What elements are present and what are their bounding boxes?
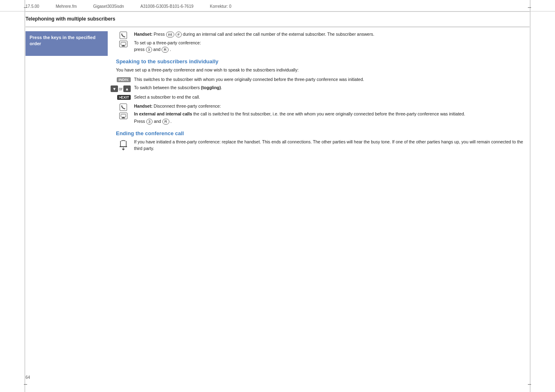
ending-icon-col: [116, 139, 131, 151]
section-divider: [25, 27, 530, 27]
arrow-down-icon: ▼: [111, 85, 118, 92]
header-file2: Gigaset3035isdn: [93, 4, 124, 9]
arrow-up-icon: ▲: [123, 85, 131, 92]
nested-handset-line: Handset: Disconnect three-party conferen…: [134, 103, 530, 109]
key-3: 3: [146, 47, 152, 53]
section-title: Telephoning with multiple subscribers: [25, 16, 530, 22]
speaking-section-heading: Speaking to the subscribers individually: [116, 58, 530, 65]
indiv-text: This switches to the subscriber with who…: [134, 77, 364, 82]
handset-line1: Handset: Press int # during an internal …: [134, 31, 530, 37]
exit-row: >EXIT Select a subscriber to end the cal…: [116, 94, 530, 100]
svg-rect-3: [121, 114, 126, 117]
ending-section-heading: Ending the conference call: [116, 130, 530, 136]
tick-left-bottom: [24, 384, 27, 385]
nested-handset-label: Handset:: [134, 104, 154, 108]
handset-text-col: Handset: Press int # during an internal …: [134, 31, 530, 53]
phone-svg: [121, 33, 126, 38]
indiv-icon-col: INDIV.: [116, 76, 131, 82]
nested-icon-row: Handset: Disconnect three-party conferen…: [116, 103, 530, 125]
handset-text-press: Press: [154, 32, 166, 37]
sidebar: Press the keys in the specified order: [25, 31, 108, 154]
svg-rect-4: [122, 117, 125, 118]
ending-row: If you have initiated a three-party conf…: [116, 139, 530, 151]
top-divider: [25, 12, 530, 12]
indiv-button: INDIV.: [117, 77, 131, 82]
arrow-row: ▼ or ▲ To switch between the subscribers…: [116, 85, 530, 92]
svg-rect-1: [122, 45, 125, 46]
main-content: Press the keys in the specified order: [25, 31, 530, 154]
nested-handset-phone-icon: [120, 104, 127, 111]
arrow-text: To switch between the subscribers (toggl…: [134, 85, 222, 90]
nested-cradle-keys: Press3andR.: [134, 118, 530, 125]
exit-text: Select a subscriber to end the call.: [134, 95, 200, 99]
handset-icon-col: [116, 31, 131, 47]
nested-base-icon: [119, 113, 127, 119]
tick-left-top: [24, 7, 27, 8]
nested-handset-block: Handset: Disconnect three-party conferen…: [116, 103, 530, 125]
handset-instruction-block: Handset: Press int # during an internal …: [116, 31, 530, 53]
nested-phone-svg: [121, 105, 126, 110]
header-label: Korrektur: 0: [210, 4, 231, 9]
content-area: Handset: Press int # during an internal …: [108, 31, 530, 154]
or-text: or: [119, 87, 123, 91]
nested-cradle-bold: In external and internal calls: [134, 111, 192, 116]
nested-text-col: Handset: Disconnect three-party conferen…: [134, 103, 530, 125]
handset-replace-icon: [119, 140, 128, 151]
nested-base-svg: [120, 113, 126, 118]
page-right-border: [530, 0, 530, 392]
exit-icon-col: >EXIT: [116, 94, 131, 100]
arrow-buttons: ▼ or ▲: [111, 85, 131, 92]
base-svg: [120, 42, 126, 46]
page-header: 17.5.00 Mehrere.fm Gigaset3035isdn A3100…: [0, 0, 555, 12]
highlight-box: Press the keys in the specified order: [25, 31, 108, 56]
nested-cradle-rest: the call is switched to the first subscr…: [193, 111, 465, 116]
key-hash: #: [176, 32, 182, 37]
highlight-text: Press the keys in the specified order: [30, 35, 95, 46]
svg-rect-0: [121, 42, 126, 45]
exit-text-col: Select a subscriber to end the call.: [134, 94, 530, 100]
page-number: 64: [25, 375, 30, 380]
nested-key-3: 3: [146, 119, 153, 125]
conference-keys: press 3 and R .: [134, 46, 530, 53]
handset-text-rest: during an internal call and select the c…: [183, 32, 375, 37]
arrow-icon-col: ▼ or ▲: [116, 85, 131, 92]
toggling-bold: (toggling): [201, 85, 221, 90]
header-file1: Mehrere.fm: [56, 4, 76, 9]
ending-text-col: If you have initiated a three-party conf…: [134, 139, 530, 151]
header-date: 17.5.00: [25, 4, 39, 9]
header-file3: A31008-G3035-B101-6-7619: [141, 4, 194, 9]
handset-phone-icon: [120, 32, 127, 39]
page-left-border: [25, 0, 25, 392]
arrow-text-col: To switch between the subscribers (toggl…: [134, 85, 530, 91]
nested-icon-col: [116, 103, 131, 119]
svg-rect-2: [122, 46, 125, 46]
svg-rect-5: [122, 118, 125, 118]
tick-right-top: [528, 7, 531, 8]
nested-key-r: R: [162, 119, 169, 125]
tick-right-bottom: [528, 384, 531, 385]
indiv-text-col: This switches to the subscriber with who…: [134, 76, 530, 83]
nested-handset-text: Disconnect three-party conference:: [154, 104, 221, 108]
nested-cradle-text: In external and internal calls the call …: [134, 111, 530, 117]
page-footer: 64: [25, 375, 30, 380]
indiv-row: INDIV. This switches to the subscriber w…: [116, 76, 530, 83]
handset-label: Handset:: [134, 32, 153, 37]
key-r: R: [162, 47, 169, 53]
ending-text: If you have initiated a three-party conf…: [134, 139, 523, 150]
conference-setup-text: To set up a three-party conference:: [134, 40, 530, 46]
base-station-icon: [119, 41, 127, 47]
exit-button: >EXIT: [117, 95, 131, 100]
speaking-intro: You have set up a three-party conference…: [116, 67, 530, 73]
key-int: int: [166, 32, 174, 37]
